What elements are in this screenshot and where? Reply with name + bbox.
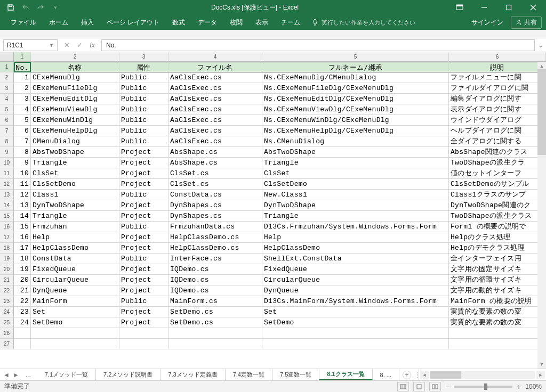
table-cell[interactable]: 14 [14, 211, 31, 222]
table-cell[interactable]: Public [119, 136, 168, 147]
scroll-left-icon[interactable]: ◄ [420, 371, 429, 379]
table-cell[interactable]: 18 [14, 254, 31, 264]
table-cell[interactable]: 17 [14, 243, 31, 254]
row-header[interactable]: 21 [0, 275, 14, 285]
table-cell[interactable]: Triangle [31, 158, 119, 168]
table-cell[interactable]: 全ダイアログに関する [449, 136, 546, 147]
table-cell[interactable]: 9 [14, 158, 31, 168]
table-cell[interactable]: CExeMenuWinDlg [31, 115, 119, 126]
scroll-right-icon[interactable]: ► [536, 371, 545, 379]
table-header-cell[interactable]: 属性 [119, 62, 168, 72]
table-cell[interactable]: Ns.CExeMenuViewDlg/CExeMenuDlg [262, 104, 449, 115]
row-header[interactable]: 19 [0, 254, 14, 264]
table-cell[interactable]: MainForm.cs [168, 296, 262, 307]
table-cell[interactable]: 文字用の動的サイズキ [449, 285, 546, 296]
table-cell[interactable] [119, 339, 168, 349]
table-cell[interactable]: 実質的な要素の数の変 [449, 307, 546, 317]
table-cell[interactable]: Helpのデモクラス処理 [449, 243, 546, 254]
table-cell[interactable]: Ns.CExeMenuHelpDlg/CExeMenuDlg [262, 126, 449, 136]
table-cell[interactable]: HelpClassDemo [31, 243, 119, 254]
table-cell[interactable]: New.Class1 [262, 190, 449, 200]
enter-formula-icon[interactable]: ✓ [74, 39, 85, 51]
table-cell[interactable]: Public [119, 94, 168, 104]
table-cell[interactable]: Ns.CExeMenuWinDlg/CExeMenuDlg [262, 115, 449, 126]
row-header[interactable]: 9 [0, 147, 14, 158]
table-cell[interactable]: AbsShape関連のクラス [449, 147, 546, 158]
table-cell[interactable]: Project [119, 211, 168, 222]
table-cell[interactable]: AbsShape.cs [168, 147, 262, 158]
table-cell[interactable]: ClsSetDemo [262, 179, 449, 190]
ribbon-options-icon[interactable] [448, 0, 471, 15]
table-cell[interactable]: CircularQueue [31, 275, 119, 285]
expand-formula-icon[interactable]: ⌄ [534, 39, 546, 51]
table-cell[interactable]: 6 [14, 126, 31, 136]
table-cell[interactable] [14, 328, 31, 339]
table-header-cell[interactable]: 名称 [31, 62, 119, 72]
ribbon-tab[interactable]: 校閲 [223, 15, 249, 30]
table-cell[interactable]: Ns.CExeMenuFileDlg/CExeMenuDlg [262, 83, 449, 94]
chevron-down-icon[interactable]: ▼ [49, 43, 54, 48]
table-cell[interactable]: DynQueue [262, 285, 449, 296]
row-header[interactable]: 18 [0, 243, 14, 254]
table-cell[interactable]: 12 [14, 190, 31, 200]
table-cell[interactable]: 16 [14, 232, 31, 243]
tab-nav-next-icon[interactable]: ► [13, 371, 19, 379]
table-cell[interactable]: SetDemo [262, 317, 449, 328]
ribbon-tab[interactable]: ホーム [43, 15, 75, 30]
table-cell[interactable]: ウインドウダイアログ [449, 115, 546, 126]
table-cell[interactable]: AaClsExec.cs [168, 115, 262, 126]
table-cell[interactable]: ClsSet.cs [168, 179, 262, 190]
table-cell[interactable]: AaClsExec.cs [168, 83, 262, 94]
signin-link[interactable]: サインイン [471, 18, 503, 27]
column-header[interactable]: 3 [119, 52, 168, 61]
table-cell[interactable]: 23 [14, 307, 31, 317]
table-cell[interactable]: MainForm の概要の説明 [449, 296, 546, 307]
table-cell[interactable]: 3 [14, 94, 31, 104]
ribbon-tab[interactable]: データ [191, 15, 223, 30]
row-header[interactable]: 5 [0, 104, 14, 115]
table-cell[interactable]: DynShapes.cs [168, 200, 262, 211]
share-button[interactable]: 共有 [511, 17, 542, 29]
ribbon-tab[interactable]: 数式 [166, 15, 191, 30]
undo-icon[interactable] [19, 1, 32, 14]
sheet-tab[interactable]: 7.4定数一覧 [226, 369, 272, 380]
row-header[interactable]: 12 [0, 179, 14, 190]
table-cell[interactable] [449, 328, 546, 339]
table-cell[interactable]: CExeMenuHelpDlg [31, 126, 119, 136]
table-cell[interactable]: Project [119, 243, 168, 254]
row-header[interactable]: 17 [0, 232, 14, 243]
ribbon-tab[interactable]: ファイル [4, 15, 43, 30]
table-cell[interactable]: Project [119, 232, 168, 243]
table-cell[interactable] [31, 339, 119, 349]
table-cell[interactable]: Triangle [31, 211, 119, 222]
row-header[interactable]: 23 [0, 296, 14, 307]
table-cell[interactable] [119, 328, 168, 339]
table-cell[interactable]: ファイルダイアログに関 [449, 83, 546, 94]
row-header[interactable]: 1 [0, 62, 14, 72]
fx-icon[interactable]: fx [86, 39, 98, 51]
cancel-formula-icon[interactable]: ✕ [61, 39, 73, 51]
table-cell[interactable]: 13 [14, 200, 31, 211]
row-header[interactable]: 10 [0, 158, 14, 168]
save-icon[interactable] [4, 1, 17, 14]
tell-me-input[interactable] [322, 19, 428, 26]
table-header-cell[interactable]: No. [14, 62, 31, 72]
table-cell[interactable]: Class1 [31, 190, 119, 200]
table-cell[interactable]: ClsSetDemoのサンプル [449, 179, 546, 190]
row-header[interactable]: 8 [0, 136, 14, 147]
table-cell[interactable]: AaClsExec.cs [168, 94, 262, 104]
tab-nav-prev-icon[interactable]: ◄ [3, 371, 10, 379]
table-cell[interactable]: CExeMenuFileDlg [31, 83, 119, 94]
table-cell[interactable]: 値のセットインターフ [449, 168, 546, 179]
table-cell[interactable]: Public [119, 254, 168, 264]
table-cell[interactable]: ShellExt.ConstData [262, 254, 449, 264]
ribbon-tab[interactable]: 表示 [249, 15, 275, 30]
table-cell[interactable]: 表示ダイアログに関す [449, 104, 546, 115]
table-cell[interactable]: IQDemo.cs [168, 285, 262, 296]
normal-view-icon[interactable] [397, 382, 409, 391]
table-cell[interactable]: 10 [14, 168, 31, 179]
sheet-tab[interactable]: 7.3メソッド定義書 [160, 369, 225, 380]
row-header[interactable]: 6 [0, 115, 14, 126]
name-box[interactable]: R1C1 ▼ [3, 39, 58, 51]
table-cell[interactable]: DynShapes.cs [168, 211, 262, 222]
